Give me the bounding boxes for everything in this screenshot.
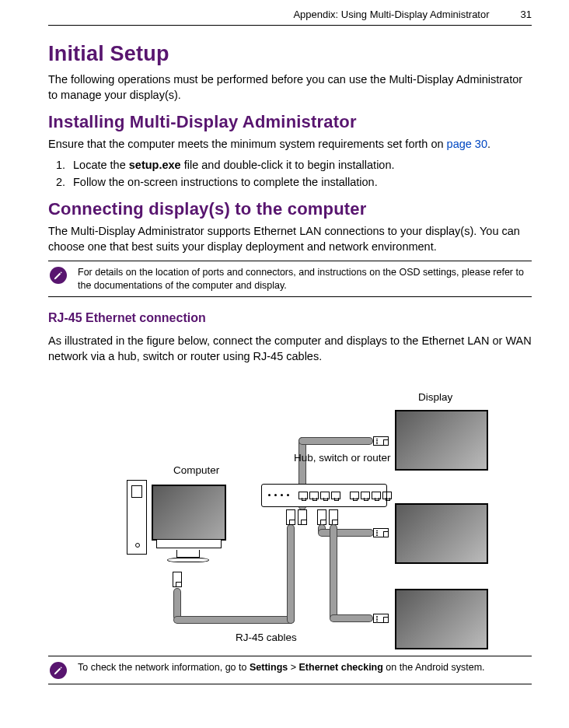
- rj45-plug-icon: [317, 509, 326, 525]
- note-osd: For details on the location of ports and…: [48, 261, 532, 297]
- monitor-base: [167, 558, 209, 562]
- rj45-plug-icon: [373, 614, 389, 623]
- note-osd-text: For details on the location of ports and…: [78, 266, 530, 292]
- cable: [319, 530, 373, 536]
- display-1: [395, 410, 488, 471]
- step-1-a: Locate the: [73, 159, 129, 171]
- connection-diagram: Display Computer Hub, switch or router R…: [53, 371, 527, 651]
- display-2: [395, 503, 488, 564]
- step-1-filename: setup.exe: [129, 159, 181, 171]
- heading-initial-setup: Initial Setup: [48, 40, 532, 68]
- rj45-plug-icon: [173, 572, 182, 587]
- port-group-1: [298, 492, 340, 499]
- cable: [330, 525, 337, 620]
- install-steps: Locate the setup.exe file and double-cli…: [48, 158, 532, 190]
- display-3: [395, 589, 488, 649]
- rj45-port-icon: [372, 492, 381, 499]
- rj45-port-icon: [350, 492, 359, 499]
- note2-settings: Settings: [250, 662, 288, 673]
- note2-a: To check the network information, go to: [78, 662, 250, 673]
- rj45-port-icon: [331, 492, 340, 499]
- header-title: Appendix: Using Multi-Display Administra…: [293, 8, 489, 22]
- label-computer: Computer: [173, 464, 219, 477]
- page-30-link[interactable]: page 30: [447, 138, 487, 150]
- pencil-icon: [50, 267, 67, 284]
- rj45-plug-icon: [286, 509, 295, 525]
- step-1-c: file and double-click it to begin instal…: [181, 159, 395, 171]
- note-network-text: To check the network information, go to …: [78, 661, 485, 674]
- tower-icon: [127, 480, 147, 555]
- install-lead-text: Ensure that the computer meets the minim…: [48, 138, 447, 150]
- rj45-plug-icon: [298, 509, 307, 525]
- note-network-info: To check the network information, go to …: [48, 656, 532, 684]
- switch-graphic: [261, 484, 387, 507]
- rj45-port-icon: [361, 492, 370, 499]
- step-2: Follow the on-screen instructions to com…: [68, 175, 532, 191]
- label-display: Display: [418, 391, 452, 404]
- led-icon: [274, 494, 277, 496]
- note2-ethernet: Ethernet checking: [299, 662, 383, 673]
- label-switch: Hub, switch or router: [294, 452, 391, 464]
- rj45-plug-icon: [373, 528, 389, 537]
- cable: [174, 617, 294, 623]
- pencil-icon: [50, 662, 67, 679]
- cable: [330, 615, 372, 621]
- label-cables: RJ-45 cables: [236, 632, 297, 644]
- cable: [299, 438, 372, 444]
- install-lead-end: .: [487, 138, 490, 150]
- page-number: 31: [521, 8, 532, 22]
- rj45-port-icon: [382, 492, 392, 499]
- step-1: Locate the setup.exe file and double-cli…: [68, 158, 532, 173]
- led-icon: [281, 494, 283, 496]
- heading-installing: Installing Multi-Display Administrator: [48, 110, 532, 134]
- running-header: Appendix: Using Multi-Display Administra…: [48, 8, 532, 26]
- rj45-paragraph: As illustrated in the figure below, conn…: [48, 334, 532, 364]
- switch-leds: [268, 494, 289, 496]
- cable: [174, 589, 180, 620]
- connect-paragraph: The Multi-Display Administrator supports…: [48, 224, 532, 254]
- heading-rj45: RJ-45 Ethernet connection: [48, 310, 532, 327]
- rj45-port-icon: [298, 492, 308, 499]
- install-lead: Ensure that the computer meets the minim…: [48, 137, 532, 152]
- led-icon: [268, 494, 271, 496]
- intro-paragraph: The following operations must be perform…: [48, 72, 532, 103]
- led-icon: [287, 494, 289, 496]
- page: Appendix: Using Multi-Display Administra…: [0, 0, 569, 706]
- rj45-port-icon: [320, 492, 330, 499]
- note2-c: >: [288, 662, 298, 673]
- port-group-2: [350, 492, 392, 499]
- heading-connecting: Connecting display(s) to the computer: [48, 198, 532, 221]
- note2-e: on the Android system.: [383, 662, 485, 673]
- monitor-stand: [176, 550, 200, 558]
- rj45-port-icon: [309, 492, 319, 499]
- monitor-icon: [152, 485, 226, 541]
- rj45-plug-icon: [373, 436, 389, 446]
- computer-graphic: [127, 480, 228, 565]
- cable: [288, 525, 294, 623]
- rj45-plug-icon: [329, 509, 338, 525]
